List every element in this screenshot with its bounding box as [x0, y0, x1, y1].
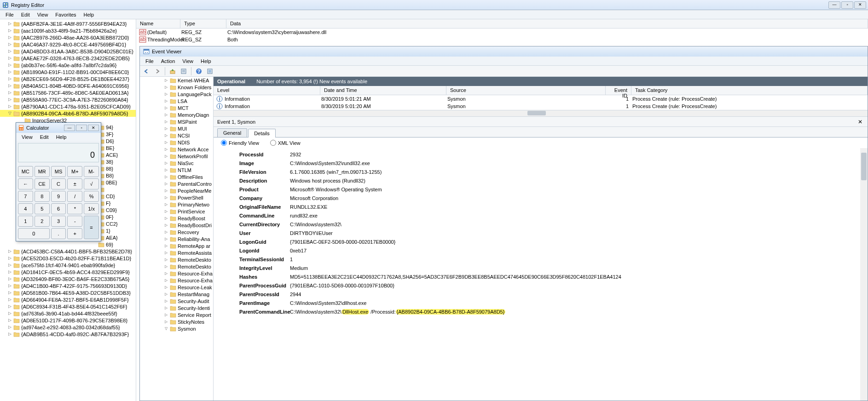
calc-titlebar[interactable]: Calculator — ▫ ✕: [16, 123, 101, 133]
tab-general[interactable]: General: [217, 128, 247, 137]
ev-tree-item[interactable]: ▷PowerShell: [165, 194, 213, 201]
expand-icon[interactable]: ▷: [7, 249, 12, 254]
col-data[interactable]: Data: [226, 19, 868, 28]
tree-item[interactable]: ▷{ADAB9B51-4CDD-4af0-892C-AB7FA7B3293F}: [0, 331, 136, 338]
ev-tree-item[interactable]: ▷ParentalContro: [165, 180, 213, 187]
ev-tree-item[interactable]: ▷MCT: [165, 104, 213, 111]
calc-key[interactable]: .: [51, 228, 66, 239]
expand-icon[interactable]: ▷: [7, 97, 12, 102]
calc-key[interactable]: %: [84, 191, 99, 202]
event-row[interactable]: iInformation8/30/2019 5:01:20 AMSysmon1P…: [214, 103, 868, 110]
calc-key[interactable]: MS: [51, 166, 66, 177]
tree-item[interactable]: ▷{ACD453BC-C58A-44D1-BBF5-BFB325BE2D78}: [0, 248, 136, 255]
minimize-button[interactable]: —: [828, 1, 840, 9]
ev-tree-item[interactable]: ▷MemoryDiagn: [165, 111, 213, 118]
ev-tree-item[interactable]: ▷LSA: [165, 97, 213, 104]
calc-key[interactable]: 6: [51, 203, 66, 214]
close-detail-button[interactable]: ✕: [856, 119, 864, 125]
tab-details[interactable]: Details: [248, 129, 276, 137]
refresh-button[interactable]: [205, 67, 214, 76]
menu-file[interactable]: File: [2, 11, 17, 18]
expand-icon[interactable]: ▷: [7, 276, 12, 281]
tree-item[interactable]: ▷{AD4C1B00-4BF7-422F-9175-756693D9130D}: [0, 282, 136, 289]
calc-key[interactable]: =: [84, 216, 99, 239]
calc-key[interactable]: *: [67, 203, 82, 214]
calc-key[interactable]: 1: [18, 216, 33, 227]
expand-icon[interactable]: ▷: [7, 69, 12, 74]
tree-item[interactable]: ▷{AB2ECE69-56D9-4F28-B525-DE1B0EE44237}: [0, 75, 136, 82]
ev-tree-item[interactable]: ▷Recovery: [165, 229, 213, 235]
tree-item[interactable]: ▷{AAC46A37-9229-4fc0-8CCE-4497569BF4D1}: [0, 41, 136, 48]
ev-menu-help[interactable]: Help: [197, 57, 215, 65]
expand-icon[interactable]: ▷: [7, 76, 12, 81]
calc-key[interactable]: ←: [18, 178, 33, 189]
col-eventid[interactable]: Event ID: [606, 86, 631, 95]
ev-tree-item[interactable]: ▷NTLM: [165, 166, 213, 173]
calc-key[interactable]: M-: [84, 166, 99, 177]
tree-item[interactable]: ▷{AD664904-FE8A-3217-BBF5-E6AB1D998F5F}: [0, 296, 136, 303]
value-row[interactable]: abThreadingModelREG_SZBoth: [136, 36, 868, 43]
calc-close[interactable]: ✕: [88, 125, 99, 131]
calc-key[interactable]: 0: [18, 228, 50, 239]
expand-icon[interactable]: ▷: [7, 42, 12, 47]
ev-tree-item[interactable]: ▷NDIS: [165, 139, 213, 146]
calc-menu-help[interactable]: Help: [52, 134, 70, 140]
regedit-titlebar[interactable]: Registry Editor — ▫ ✕: [0, 0, 868, 10]
expand-icon[interactable]: ▷: [7, 269, 12, 275]
calc-key[interactable]: -: [67, 216, 82, 227]
expand-icon[interactable]: ▷: [7, 28, 12, 33]
expand-icon[interactable]: ▷: [7, 49, 12, 54]
col-name[interactable]: Name: [136, 19, 180, 28]
calc-key[interactable]: 7: [18, 191, 33, 202]
calc-menu-view[interactable]: View: [18, 134, 36, 140]
help-button[interactable]: ?: [194, 67, 203, 76]
ev-tree-item[interactable]: ▷PrintService: [165, 208, 213, 215]
ev-tree-item[interactable]: ▷Resource-Exha: [165, 277, 213, 284]
col-type[interactable]: Type: [180, 19, 226, 28]
tree-item[interactable]: ▷{ACE52D03-E5CD-4b20-82FF-E71B11BEAE1D}: [0, 255, 136, 262]
ev-tree-item[interactable]: ▷OfflineFiles: [165, 173, 213, 180]
menu-view[interactable]: View: [34, 11, 52, 18]
ev-tree-item[interactable]: ▷Resource-Exha: [165, 270, 213, 277]
ev-tree-item[interactable]: ▷Service Report: [165, 311, 213, 318]
splitter[interactable]: [211, 77, 213, 401]
ev-tree-item[interactable]: ▷Security-Audit: [165, 298, 213, 304]
calc-key[interactable]: CE: [35, 178, 50, 189]
tree-item[interactable]: ▷{AD8E510D-217F-409B-8076-29C5E73B98E8}: [0, 317, 136, 324]
expand-icon[interactable]: ▷: [7, 325, 12, 330]
ev-tree-item[interactable]: ▷NCSI: [165, 132, 213, 139]
calc-key[interactable]: C: [51, 178, 66, 189]
calc-key[interactable]: 5: [35, 203, 50, 214]
menu-favorites[interactable]: Favorites: [52, 11, 80, 18]
calc-key[interactable]: 1/x: [84, 203, 99, 214]
tree-item[interactable]: ▷{ad974ae2-e292-4083-a280-0342d68daf55}: [0, 324, 136, 331]
ev-tree-item[interactable]: ▷PrimaryNetwo: [165, 201, 213, 208]
ev-tree-item[interactable]: ▽Sysmon: [165, 325, 213, 332]
calc-minimize[interactable]: —: [64, 125, 75, 131]
calc-key[interactable]: 4: [18, 203, 33, 214]
menu-edit[interactable]: Edit: [17, 11, 34, 18]
ev-tree-item[interactable]: ▷RestartManag: [165, 291, 213, 298]
expand-icon[interactable]: ▷: [7, 318, 12, 323]
tree-item[interactable]: ▷{AB558A90-77EC-3C9A-A7E3-7B2260890A84}: [0, 96, 136, 103]
ev-tree-item[interactable]: ▷ReadyBoostDri: [165, 222, 213, 229]
xml-view-radio[interactable]: XML View: [270, 140, 301, 146]
calc-key[interactable]: 9: [51, 191, 66, 202]
expand-icon[interactable]: ▷: [7, 311, 12, 316]
expand-icon[interactable]: ▷: [7, 63, 12, 68]
calc-key[interactable]: M+: [67, 166, 82, 177]
ev-tree-item[interactable]: ▷MSPaint: [165, 118, 213, 125]
expand-icon[interactable]: ▽: [7, 111, 12, 116]
calc-menu-edit[interactable]: Edit: [36, 134, 52, 140]
expand-icon[interactable]: [92, 242, 97, 247]
close-button[interactable]: ✕: [854, 1, 866, 9]
value-row[interactable]: ab(Default)REG_SZC:\Windows\system32\cyb…: [136, 29, 868, 36]
col-datetime[interactable]: Date and Time: [320, 86, 446, 95]
expand-icon[interactable]: ▷: [7, 56, 12, 61]
ev-properties[interactable]: ProcessId2932ImageC:\Windows\System32\ru…: [214, 148, 868, 401]
menu-help[interactable]: Help: [80, 11, 98, 18]
tree-item[interactable]: ▷{ace575fd-1fcf-4074-9401-ebab990fa9de}: [0, 262, 136, 269]
expand-icon[interactable]: ▷: [7, 304, 12, 309]
tree-item[interactable]: ▷{AABFB2FA-3E1E-4A8f-8977-5556FB94EA23}: [0, 20, 136, 27]
tree-item[interactable]: ▷{ab0b37ec-56f6-4a0e-a8fd-7a8bf7c2da96}: [0, 62, 136, 69]
